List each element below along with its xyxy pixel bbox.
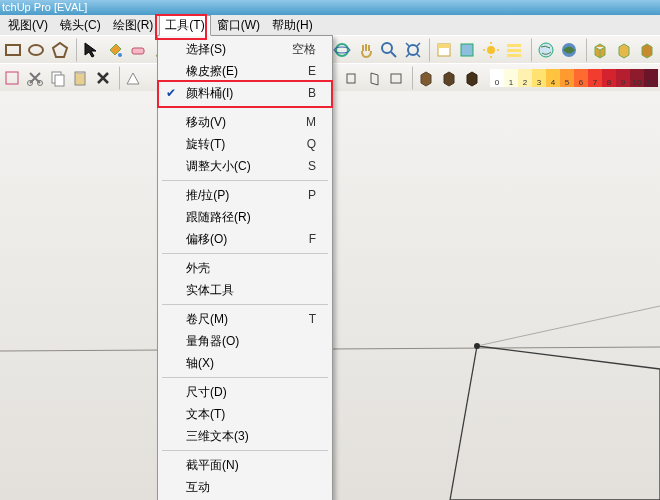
svg-rect-31 (391, 74, 401, 83)
svg-point-1 (29, 45, 43, 55)
outliner-tool-icon[interactable] (504, 38, 526, 62)
orbit-tool-icon[interactable] (331, 38, 353, 62)
menu-item-eraser[interactable]: 橡皮擦(E)E (160, 60, 330, 82)
menu-item-dimension[interactable]: 尺寸(D) (160, 381, 330, 403)
svg-rect-19 (507, 49, 521, 52)
tools-dropdown: 选择(S)空格 橡皮擦(E)E ✔颜料桶(I)B 移动(V)M 旋转(T)Q 调… (157, 35, 333, 500)
shadow-ramp: 0 1 2 3 4 5 6 7 8 9 10 11 (490, 69, 658, 87)
menu-help[interactable]: 帮助(H) (266, 15, 319, 36)
menu-item-rotate[interactable]: 旋转(T)Q (160, 133, 330, 155)
box3-tool-icon[interactable] (637, 38, 659, 62)
svg-point-5 (336, 44, 348, 56)
toolbar-separator (116, 66, 120, 90)
shadow-ramp-step: 4 (546, 69, 560, 87)
shade1-icon[interactable] (416, 66, 437, 90)
menu-item-offset[interactable]: 偏移(O)F (160, 228, 330, 250)
delete-tool-icon[interactable] (92, 66, 113, 90)
menu-item-select[interactable]: 选择(S)空格 (160, 38, 330, 60)
menu-camera[interactable]: 镜头(C) (54, 15, 107, 36)
svg-point-3 (118, 53, 122, 57)
sun-tool-icon[interactable] (480, 38, 502, 62)
rectangle-tool-icon[interactable] (2, 38, 24, 62)
shadow-ramp-step: 0 (490, 69, 504, 87)
eraser-tool-icon[interactable] (127, 38, 149, 62)
menu-item-axes[interactable]: 轴(X) (160, 352, 330, 374)
svg-line-8 (391, 52, 396, 57)
menu-window[interactable]: 窗口(W) (211, 15, 266, 36)
shadow-ramp-step: 11 (644, 69, 658, 87)
title-bar: tchUp Pro [EVAL] (0, 0, 660, 15)
svg-rect-23 (6, 72, 18, 84)
svg-point-9 (408, 45, 418, 55)
svg-rect-27 (55, 75, 64, 86)
menu-bar: 视图(V) 镜头(C) 绘图(R) 工具(T) 窗口(W) 帮助(H) (0, 15, 660, 36)
box1-tool-icon[interactable] (590, 38, 612, 62)
zoom-tool-icon[interactable] (378, 38, 400, 62)
paste-tool-icon[interactable] (70, 66, 91, 90)
menu-separator (162, 450, 328, 451)
shadow-ramp-step: 7 (588, 69, 602, 87)
check-icon: ✔ (166, 86, 176, 100)
zoom-extents-tool-icon[interactable] (402, 38, 424, 62)
svg-rect-4 (132, 48, 144, 54)
layers-tool-icon[interactable] (433, 38, 455, 62)
menu-separator (162, 107, 328, 108)
menu-item-pushpull[interactable]: 推/拉(P)P (160, 184, 330, 206)
menu-separator (162, 377, 328, 378)
menu-item-text3d[interactable]: 三维文本(3) (160, 425, 330, 447)
view-front-icon[interactable] (341, 66, 362, 90)
toolbar-separator (426, 38, 430, 62)
view-back-icon[interactable] (386, 66, 407, 90)
menu-separator (162, 253, 328, 254)
shadow-ramp-step: 5 (560, 69, 574, 87)
menu-view[interactable]: 视图(V) (2, 15, 54, 36)
shadow-ramp-step: 1 (504, 69, 518, 87)
paint-bucket-tool-icon[interactable] (104, 38, 126, 62)
style1-icon[interactable] (123, 66, 144, 90)
svg-rect-0 (6, 45, 20, 55)
svg-point-32 (474, 343, 480, 349)
app-title: tchUp Pro [EVAL] (2, 1, 87, 13)
polygon-tool-icon[interactable] (49, 38, 71, 62)
svg-rect-30 (347, 74, 355, 83)
svg-rect-12 (461, 44, 473, 56)
menu-item-interact[interactable]: 互动 (160, 476, 330, 498)
toolbar-separator (528, 38, 532, 62)
shade2-icon[interactable] (439, 66, 460, 90)
svg-marker-2 (53, 43, 67, 57)
select-tool-icon[interactable] (80, 38, 102, 62)
box2-tool-icon[interactable] (613, 38, 635, 62)
shadow-ramp-step: 9 (616, 69, 630, 87)
circle-tool-icon[interactable] (26, 38, 48, 62)
earth-tool-icon[interactable] (535, 38, 557, 62)
toolbar-separator (74, 38, 78, 62)
globe-tool-icon[interactable] (558, 38, 580, 62)
svg-point-13 (487, 46, 495, 54)
menu-item-section[interactable]: 截平面(N) (160, 454, 330, 476)
menu-item-tape[interactable]: 卷尺(M)T (160, 308, 330, 330)
menu-draw[interactable]: 绘图(R) (107, 15, 160, 36)
shadow-ramp-step: 10 (630, 69, 644, 87)
menu-item-protractor[interactable]: 量角器(O) (160, 330, 330, 352)
shadow-ramp-step: 2 (518, 69, 532, 87)
menu-item-move[interactable]: 移动(V)M (160, 111, 330, 133)
menu-item-followme[interactable]: 跟随路径(R) (160, 206, 330, 228)
tool-a-icon[interactable] (2, 66, 23, 90)
pan-tool-icon[interactable] (355, 38, 377, 62)
menu-item-scale[interactable]: 调整大小(C)S (160, 155, 330, 177)
shade3-icon[interactable] (461, 66, 482, 90)
menu-item-solidtools[interactable]: 实体工具 (160, 279, 330, 301)
menu-item-paintbucket[interactable]: ✔颜料桶(I)B (160, 82, 330, 104)
copy-tool-icon[interactable] (47, 66, 68, 90)
component-tool-icon[interactable] (457, 38, 479, 62)
scissors-tool-icon[interactable] (25, 66, 46, 90)
svg-rect-20 (507, 54, 521, 57)
shadow-ramp-step: 3 (532, 69, 546, 87)
menu-item-outershell[interactable]: 外壳 (160, 257, 330, 279)
svg-rect-18 (507, 44, 521, 47)
shadow-ramp-step: 8 (602, 69, 616, 87)
menu-tools[interactable]: 工具(T) (159, 15, 210, 36)
svg-point-21 (539, 43, 553, 57)
view-side-icon[interactable] (363, 66, 384, 90)
menu-item-text[interactable]: 文本(T) (160, 403, 330, 425)
